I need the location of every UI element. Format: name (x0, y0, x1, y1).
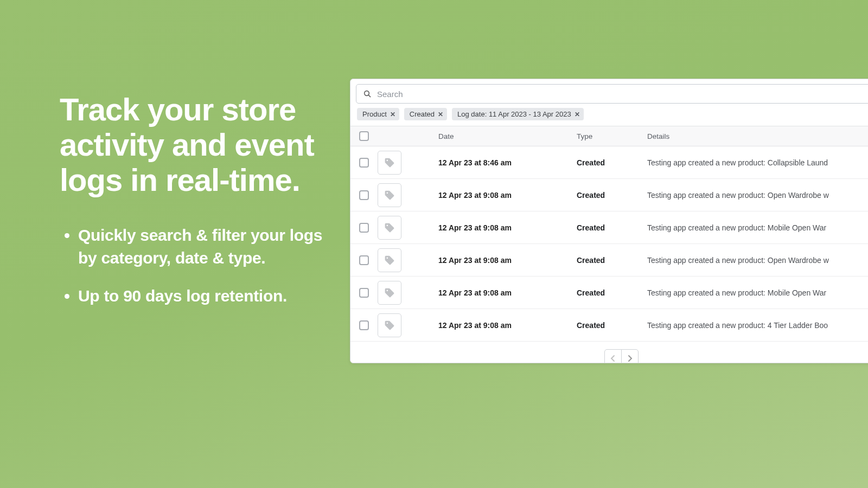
row-details: Testing app created a new product: Colla… (647, 158, 868, 167)
tag-icon[interactable] (378, 183, 401, 207)
row-date: 12 Apr 23 at 9:08 am (438, 191, 577, 200)
row-date: 12 Apr 23 at 9:08 am (438, 223, 577, 232)
hero-copy: Track your store activity and event logs… (60, 92, 331, 323)
chevron-right-icon (627, 355, 633, 362)
table-body: 12 Apr 23 at 8:46 amCreatedTesting app c… (350, 146, 868, 342)
row-checkbox[interactable] (359, 158, 369, 168)
row-date: 12 Apr 23 at 9:08 am (438, 256, 577, 265)
pagination (350, 342, 868, 363)
row-type: Created (577, 256, 647, 265)
svg-point-7 (387, 322, 388, 324)
tag-icon[interactable] (378, 281, 401, 305)
filter-chip-date-range[interactable]: Log date: 11 Apr 2023 - 13 Apr 2023 ✕ (452, 108, 584, 120)
row-checkbox[interactable] (359, 190, 369, 200)
row-type: Created (577, 321, 647, 330)
filter-chip-created[interactable]: Created ✕ (404, 108, 447, 120)
row-type: Created (577, 223, 647, 232)
row-checkbox[interactable] (359, 288, 369, 298)
row-type: Created (577, 288, 647, 297)
row-details: Testing app created a new product: Open … (647, 191, 868, 200)
filter-chips: Product ✕ Created ✕ Log date: 11 Apr 202… (350, 104, 868, 126)
row-details: Testing app created a new product: 4 Tie… (647, 321, 868, 330)
table-row[interactable]: 12 Apr 23 at 9:08 amCreatedTesting app c… (350, 309, 868, 342)
filter-chip-product[interactable]: Product ✕ (357, 108, 399, 120)
table-row[interactable]: 12 Apr 23 at 9:08 amCreatedTesting app c… (350, 179, 868, 211)
close-icon[interactable]: ✕ (575, 111, 580, 118)
table-row[interactable]: 12 Apr 23 at 9:08 amCreatedTesting app c… (350, 211, 868, 244)
row-checkbox[interactable] (359, 255, 369, 265)
chip-label: Created (410, 110, 435, 118)
hero-bullet: Quickly search & filter your logs by cat… (78, 224, 331, 269)
hero-headline: Track your store activity and event logs… (60, 92, 331, 198)
row-date: 12 Apr 23 at 9:08 am (438, 288, 577, 297)
table-row[interactable]: 12 Apr 23 at 8:46 amCreatedTesting app c… (350, 146, 868, 179)
logs-panel: Product ✕ Created ✕ Log date: 11 Apr 202… (350, 79, 868, 363)
row-type: Created (577, 191, 647, 200)
select-all-checkbox[interactable] (359, 131, 369, 141)
tag-icon[interactable] (378, 248, 401, 272)
chevron-left-icon (610, 355, 616, 362)
tag-icon[interactable] (378, 151, 401, 175)
close-icon[interactable]: ✕ (390, 111, 395, 118)
search-box[interactable] (356, 84, 868, 104)
prev-page-button[interactable] (604, 349, 622, 363)
col-details[interactable]: Details (647, 132, 868, 140)
row-details: Testing app created a new product: Open … (647, 256, 868, 265)
table-row[interactable]: 12 Apr 23 at 9:08 amCreatedTesting app c… (350, 244, 868, 277)
row-type: Created (577, 158, 647, 167)
row-checkbox[interactable] (359, 223, 369, 233)
svg-point-6 (387, 290, 388, 291)
svg-point-4 (387, 224, 388, 226)
svg-point-2 (387, 159, 388, 161)
row-checkbox[interactable] (359, 320, 369, 330)
next-page-button[interactable] (621, 349, 639, 363)
row-details: Testing app created a new product: Mobil… (647, 223, 868, 232)
col-type[interactable]: Type (577, 132, 647, 140)
table-header: Date Type Details (350, 126, 868, 146)
hero-bullet: Up to 90 days log retention. (78, 285, 331, 307)
search-row (350, 79, 868, 104)
row-date: 12 Apr 23 at 9:08 am (438, 321, 577, 330)
svg-line-1 (368, 95, 371, 97)
col-date[interactable]: Date (438, 132, 577, 140)
chip-label: Log date: 11 Apr 2023 - 13 Apr 2023 (457, 110, 571, 118)
svg-point-3 (387, 192, 388, 194)
search-icon (363, 89, 372, 98)
tag-icon[interactable] (378, 216, 401, 240)
close-icon[interactable]: ✕ (438, 111, 443, 118)
search-input[interactable] (377, 89, 868, 99)
hero-bullets: Quickly search & filter your logs by cat… (60, 224, 331, 307)
row-date: 12 Apr 23 at 8:46 am (438, 158, 577, 167)
svg-point-5 (387, 257, 388, 259)
row-details: Testing app created a new product: Mobil… (647, 288, 868, 297)
tag-icon[interactable] (378, 313, 401, 337)
chip-label: Product (362, 110, 387, 118)
table-row[interactable]: 12 Apr 23 at 9:08 amCreatedTesting app c… (350, 277, 868, 309)
